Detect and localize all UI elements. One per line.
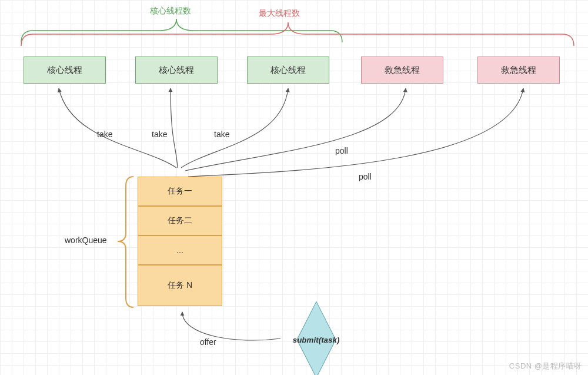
label-core-count: 核心线程数 [150,6,191,16]
core-thread-1: 核心线程 [24,57,106,84]
label-take-2: take [152,130,167,139]
label-poll-1: poll [335,146,348,155]
task-dot: ... [138,235,222,265]
label-workqueue: workQueue [65,235,107,245]
core-thread-3: 核心线程 [247,57,329,84]
arrow-take-1 [59,88,176,168]
watermark: CSDN @是程序喵呀 [509,361,582,371]
brace-workqueue [118,177,133,307]
label-take-3: take [214,130,229,139]
label-take-1: take [97,130,112,139]
label-max-count: 最大线程数 [259,8,300,19]
arrow-take-2 [171,88,178,168]
brace-max [21,22,574,46]
brace-core [21,19,342,42]
spare-thread-2: 救急线程 [477,57,560,84]
task-n: 任务 N [138,265,222,306]
arrow-poll-2 [188,88,523,177]
task-1: 任务一 [138,177,222,206]
submit-label: submit(task) [293,335,340,344]
arrow-take-3 [181,88,288,168]
spare-thread-1: 救急线程 [361,57,443,84]
label-poll-2: poll [359,172,372,181]
task-2: 任务二 [138,206,222,235]
label-offer: offer [200,337,216,347]
arrow-offer [182,312,280,340]
core-thread-2: 核心线程 [135,57,218,84]
